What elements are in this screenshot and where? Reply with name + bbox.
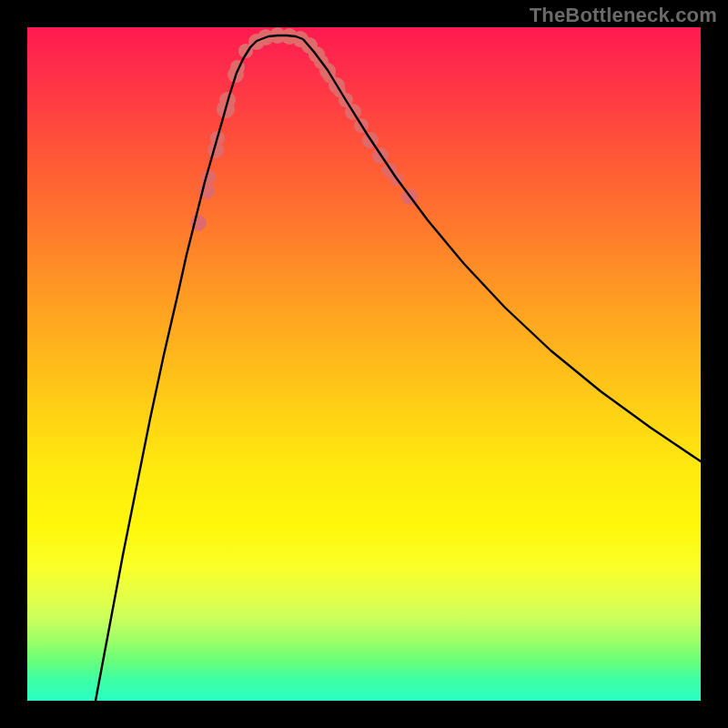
chart-svg — [27, 27, 701, 701]
marker-layer — [190, 27, 418, 231]
plot-area — [27, 27, 701, 701]
chart-frame: TheBottleneck.com — [0, 0, 728, 728]
watermark-text: TheBottleneck.com — [530, 4, 717, 27]
bottleneck-curve — [96, 35, 701, 701]
